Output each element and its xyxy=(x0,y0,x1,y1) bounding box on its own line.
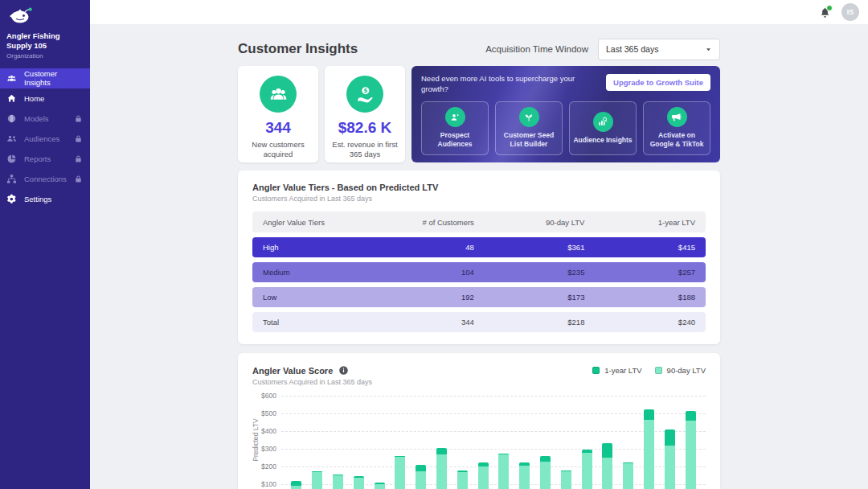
bar-90day-ltv xyxy=(582,453,592,489)
column-header-1-year-ltv: 1-year LTV xyxy=(595,218,706,227)
sidebar-item-models[interactable]: Models xyxy=(0,109,90,129)
growth-suite-banner: Need even more AI tools to supercharge y… xyxy=(411,66,720,162)
bar-1year-ltv xyxy=(498,454,509,454)
settings-icon xyxy=(6,194,17,204)
bar-90day-ltv xyxy=(602,458,612,489)
ltv-90day: $173 xyxy=(485,293,596,302)
bar-1year-ltv xyxy=(395,456,405,457)
tiers-table: Angler Value Tiers# of Customers90-day L… xyxy=(252,212,706,332)
info-icon[interactable] xyxy=(338,365,349,376)
bar-1year-ltv xyxy=(436,448,447,454)
bar-1year-ltv xyxy=(519,462,530,466)
stats-row: 344 New customers acquired $ $82.6 K Est… xyxy=(238,66,720,162)
time-window-value: Last 365 days xyxy=(606,44,658,54)
ltv-1year: $240 xyxy=(595,318,706,327)
time-window-label: Acquisition Time Window xyxy=(485,44,588,54)
sidebar-item-audiences[interactable]: Audiences xyxy=(0,129,90,149)
tier-name: Low xyxy=(252,293,396,302)
organization-name: Angler Fishing Supply 105 xyxy=(6,31,84,51)
customer-count: 192 xyxy=(396,293,485,302)
sidebar-item-customer-insights[interactable]: Customer Insights xyxy=(0,68,90,88)
angler-value-tiers-card: Angler Value Tiers - Based on Predicted … xyxy=(238,171,720,344)
page-header: Customer Insights Acquisition Time Windo… xyxy=(238,35,720,63)
sidebar-nav: Customer InsightsHomeModelsAudiencesRepo… xyxy=(0,68,90,209)
bar-90day-ltv xyxy=(354,478,364,489)
tiers-table-header: Angler Value Tiers# of Customers90-day L… xyxy=(252,212,706,232)
angler-value-score-card: Angler Value Score Customers Acquired in… xyxy=(238,353,720,489)
growth-tile-label: Customer Seed List Builder xyxy=(496,131,562,149)
column-header-90-day-ltv: 90-day LTV xyxy=(485,218,596,227)
bar-1year-ltv xyxy=(686,411,696,421)
tier-name: Total xyxy=(252,318,396,327)
ltv-1year: $257 xyxy=(595,268,706,277)
main-content: Customer Insights Acquisition Time Windo… xyxy=(90,24,868,489)
legend-item-90-day-ltv: 90-day LTV xyxy=(655,366,706,375)
growth-suite-message: Need even more AI tools to supercharge y… xyxy=(421,74,598,95)
upgrade-growth-suite-button[interactable]: Upgrade to Growth Suite xyxy=(606,74,710,91)
models-icon xyxy=(6,113,17,124)
sidebar-item-home[interactable]: Home xyxy=(0,88,90,109)
notification-bell-icon[interactable] xyxy=(819,6,831,18)
bar-90day-ltv xyxy=(478,466,489,489)
tier-row-total: Total344$218$240 xyxy=(252,312,706,332)
ltv-90day: $235 xyxy=(485,268,596,277)
tiers-card-title: Angler Value Tiers - Based on Predicted … xyxy=(252,183,706,192)
bar-1year-ltv xyxy=(665,429,675,446)
growth-tile-activate-on-google-tiktok[interactable]: Activate on Google & TikTok xyxy=(643,101,710,155)
ltv-1year: $188 xyxy=(595,293,706,302)
gridline xyxy=(281,396,706,397)
bar-90day-ltv xyxy=(644,420,654,489)
ltv-90day: $218 xyxy=(485,318,596,327)
column-header-angler-value-tiers: Angler Value Tiers xyxy=(252,218,396,227)
bar-1year-ltv xyxy=(540,456,551,462)
gridline xyxy=(281,431,706,432)
bar-1year-ltv xyxy=(644,409,654,420)
topbar: IS xyxy=(90,0,868,24)
growth-tile-label: Activate on Google & TikTok xyxy=(644,131,710,149)
y-tick-label: $300 xyxy=(252,445,276,453)
sidebar-item-connections[interactable]: Connections xyxy=(0,169,90,189)
time-window-select[interactable]: Last 365 days xyxy=(598,39,720,60)
sidebar-item-label: Models xyxy=(24,114,49,123)
y-tick-label: $400 xyxy=(252,427,276,435)
customer-count: 344 xyxy=(396,318,485,327)
new-customers-card: 344 New customers acquired xyxy=(238,66,318,162)
organization-block: Angler Fishing Supply 105 Organization xyxy=(0,27,90,60)
angler-fish-logo-icon xyxy=(6,5,39,27)
revenue-hand-icon: $ xyxy=(346,76,383,113)
connections-icon xyxy=(6,174,17,184)
app-window: Angler Fishing Supply 105 Organization C… xyxy=(0,0,868,489)
user-avatar[interactable]: IS xyxy=(841,3,859,21)
growth-tile-audience-insights[interactable]: Audience Insights xyxy=(569,101,637,155)
growth-tile-prospect-audiences[interactable]: Prospect Audiences xyxy=(421,101,489,155)
tier-row-high: High48$361$415 xyxy=(252,237,706,257)
customer-count: 48 xyxy=(396,243,485,252)
organization-label: Organization xyxy=(6,52,84,60)
y-axis-label: Predicted LTV xyxy=(252,412,260,468)
sidebar-item-settings[interactable]: Settings xyxy=(0,189,90,209)
ltv-plot: Predicted LTV $100$200$300$400$500$600 xyxy=(252,392,706,489)
tier-name: Medium xyxy=(252,268,396,277)
bar-90day-ltv xyxy=(291,486,301,489)
bar-1year-ltv xyxy=(582,450,592,454)
bar-90day-ltv xyxy=(561,471,571,489)
ltv-90day: $361 xyxy=(485,243,596,252)
sidebar-item-label: Reports xyxy=(24,154,51,163)
legend-item-1-year-ltv: 1-year LTV xyxy=(592,366,641,375)
seedling-icon xyxy=(519,107,539,127)
growth-tile-customer-seed-list-builder[interactable]: Customer Seed List Builder xyxy=(495,101,563,155)
bar-90day-ltv xyxy=(457,472,468,489)
est-revenue-value: $82.6 K xyxy=(338,119,392,137)
sidebar-item-label: Audiences xyxy=(24,134,59,143)
megaphone-icon xyxy=(667,107,687,127)
home-icon xyxy=(6,93,17,104)
bar-90day-ltv xyxy=(395,456,405,489)
reports-icon xyxy=(6,154,17,164)
legend-swatch xyxy=(655,367,662,374)
lock-icon xyxy=(74,114,83,123)
new-customers-value: 344 xyxy=(265,119,291,137)
sidebar-item-reports[interactable]: Reports xyxy=(0,149,90,169)
growth-tile-label: Prospect Audiences xyxy=(422,131,488,149)
bar-1year-ltv xyxy=(478,462,489,466)
sidebar-item-label: Home xyxy=(24,94,44,103)
